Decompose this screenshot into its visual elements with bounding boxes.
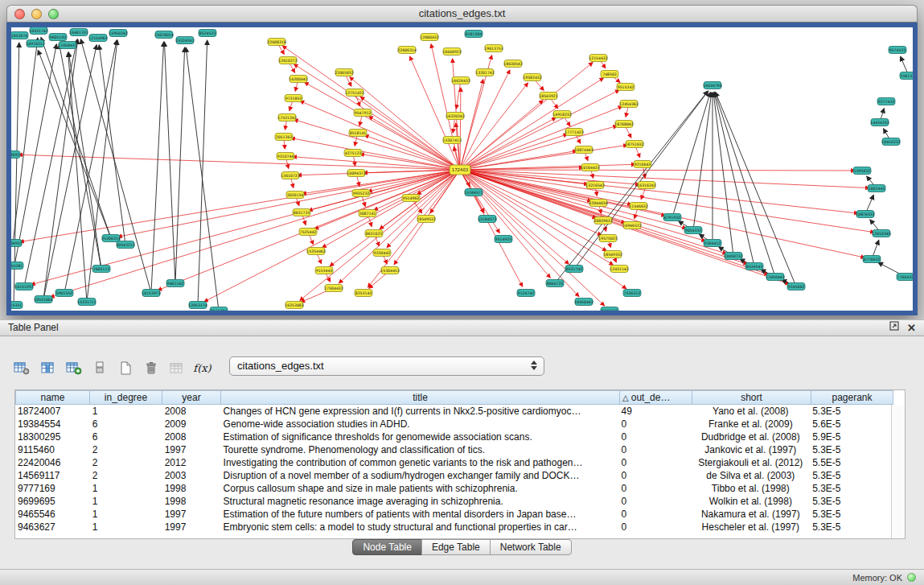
network-edge[interactable] xyxy=(591,171,593,178)
column-header-out_degree[interactable]: △out_de… xyxy=(620,390,692,405)
new-table-icon[interactable] xyxy=(116,359,134,377)
network-edge[interactable] xyxy=(303,216,306,225)
column-header-short[interactable]: short xyxy=(692,390,811,405)
network-edge[interactable] xyxy=(867,176,874,185)
network-edge[interactable] xyxy=(282,46,457,167)
table-row[interactable]: 911546021997Tourette syndrome. Phenomeno… xyxy=(15,443,892,456)
network-node[interactable]: 4275123 xyxy=(344,150,362,157)
network-edge[interactable] xyxy=(464,171,874,233)
network-node[interactable]: 9731853 xyxy=(285,95,302,102)
network-edge[interactable] xyxy=(614,258,616,262)
network-node[interactable]: 8524523 xyxy=(199,30,216,37)
network-node[interactable]: 8664723 xyxy=(546,280,564,287)
network-edge[interactable] xyxy=(453,120,454,133)
network-edge[interactable] xyxy=(310,236,314,245)
network-node[interactable]: 12053174 xyxy=(188,302,207,309)
network-node[interactable]: 3026154 xyxy=(286,192,304,199)
network-node[interactable]: 5561323 xyxy=(900,72,913,80)
column-header-pagerank[interactable]: pagerank xyxy=(811,390,893,405)
table-options-icon[interactable] xyxy=(13,359,31,377)
network-edge[interactable] xyxy=(577,91,708,266)
network-edge[interactable] xyxy=(356,97,360,106)
network-edge[interactable] xyxy=(464,170,855,171)
network-node[interactable]: 14434332 xyxy=(870,119,889,126)
network-edge[interactable] xyxy=(186,47,218,307)
network-node[interactable]: 7536312 xyxy=(623,290,641,297)
network-node[interactable]: 12454363 xyxy=(619,101,638,108)
network-node[interactable]: 5901552 xyxy=(55,290,73,297)
network-node[interactable]: 10450732 xyxy=(724,253,742,260)
network-edge[interactable] xyxy=(294,64,457,167)
table-row[interactable]: 1456911722003Disruption of a novel membe… xyxy=(15,469,892,482)
network-node[interactable]: 10416232 xyxy=(881,138,900,146)
minimize-window-button[interactable] xyxy=(31,9,42,19)
network-edge[interactable] xyxy=(60,44,101,265)
network-node[interactable]: 9515351 xyxy=(11,302,23,309)
network-node[interactable]: 22606314 xyxy=(397,47,416,54)
network-node[interactable]: 16634794 xyxy=(703,82,721,89)
table-row[interactable]: 946554611997Estimation of the future num… xyxy=(15,508,892,521)
network-node[interactable]: 19613753 xyxy=(484,45,503,52)
delete-table-icon[interactable] xyxy=(142,359,160,377)
network-edge[interactable] xyxy=(565,117,570,126)
table-select-combobox[interactable]: citations_edges.txt xyxy=(229,356,544,376)
network-node[interactable]: 2051363 xyxy=(275,134,293,141)
network-edge[interactable] xyxy=(870,220,879,230)
function-builder-icon[interactable]: f(x) xyxy=(193,359,211,377)
network-canvas[interactable]: 1653074165317429605192164613311215496315… xyxy=(11,27,913,311)
table-row[interactable]: 2242004622012Investigating the contribut… xyxy=(15,456,892,469)
network-node[interactable]: 1602443 xyxy=(868,185,885,192)
network-node[interactable]: 7605113 xyxy=(92,266,110,273)
network-edge[interactable] xyxy=(463,78,603,167)
network-edge[interactable] xyxy=(609,242,610,248)
network-node[interactable]: 6791932 xyxy=(663,214,681,221)
network-node[interactable]: 3054381 xyxy=(11,262,23,270)
network-node[interactable]: 16253083 xyxy=(285,302,303,309)
network-node[interactable]: 15184571 xyxy=(464,189,483,196)
network-edge[interactable] xyxy=(369,273,387,288)
network-node[interactable]: 4558092 xyxy=(11,151,20,159)
network-edge[interactable] xyxy=(636,148,640,158)
network-node[interactable]: 18768042 xyxy=(614,121,633,128)
network-node[interactable]: 13201742 xyxy=(475,69,494,76)
rows-icon[interactable] xyxy=(90,359,109,377)
network-edge[interactable] xyxy=(294,120,457,169)
network-edge[interactable] xyxy=(297,199,299,206)
column-header-title[interactable]: title xyxy=(221,390,620,405)
network-edge[interactable] xyxy=(431,44,459,166)
table-row[interactable]: 946362711997Embryonic stem cells: a mode… xyxy=(15,521,892,534)
network-node[interactable]: 22608318 xyxy=(267,39,285,46)
network-edge[interactable] xyxy=(475,196,484,212)
network-edge[interactable] xyxy=(290,102,293,111)
network-node[interactable]: 10164423 xyxy=(581,164,599,171)
network-node[interactable]: 17504432 xyxy=(324,285,343,292)
network-node[interactable]: 9461162 xyxy=(166,280,184,287)
network-edge[interactable] xyxy=(867,195,873,210)
network-node[interactable]: 3087141 xyxy=(359,210,376,217)
network-node[interactable]: 12610272 xyxy=(278,57,297,64)
show-columns-icon[interactable] xyxy=(39,359,57,377)
network-node[interactable]: 16946522 xyxy=(622,222,641,229)
network-node[interactable]: 12154963 xyxy=(88,35,107,42)
network-node[interactable]: 9310744 xyxy=(277,153,294,160)
network-node[interactable]: 23324551 xyxy=(175,37,194,44)
network-node[interactable]: 9304412 xyxy=(704,240,721,247)
network-node[interactable]: 748503 xyxy=(601,71,618,78)
network-node[interactable]: 12154432 xyxy=(589,55,607,62)
window-titlebar[interactable]: citations_edges.txt xyxy=(6,5,918,23)
network-edge[interactable] xyxy=(291,179,294,187)
network-edge[interactable] xyxy=(387,173,457,248)
network-node[interactable]: 15231711 xyxy=(77,299,96,306)
network-node[interactable]: 9574523 xyxy=(889,47,906,54)
network-node[interactable]: 9245062 xyxy=(787,283,805,290)
network-node[interactable]: 10531004 xyxy=(34,296,52,303)
network-node[interactable]: 10874443 xyxy=(574,146,593,154)
network-node[interactable]: 8531204 xyxy=(210,307,228,311)
network-node[interactable]: 16320242 xyxy=(446,113,464,120)
zoom-window-button[interactable] xyxy=(48,9,59,19)
network-node[interactable]: 8518141 xyxy=(349,130,367,137)
network-edge[interactable] xyxy=(901,56,907,72)
network-node[interactable]: 25206932 xyxy=(11,240,23,247)
table-row[interactable]: 1938455462009Genome-wide association stu… xyxy=(15,418,892,431)
network-edge[interactable] xyxy=(626,127,631,138)
